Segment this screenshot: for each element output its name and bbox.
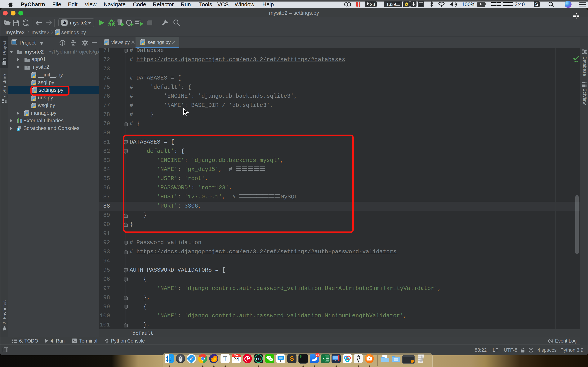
svg-text:X: X (322, 357, 325, 361)
svg-text:PC: PC (256, 357, 261, 361)
